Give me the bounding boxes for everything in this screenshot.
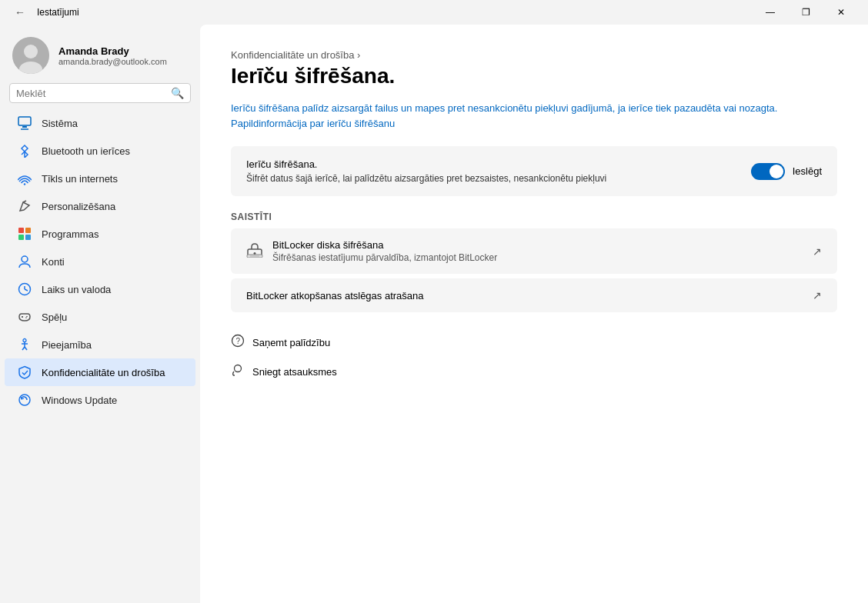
toggle-card-desc: Šifrēt datus šajā ierīcē, lai palīdzētu … — [246, 173, 606, 184]
sidebar-item-spelu[interactable]: Spēļu — [5, 303, 195, 331]
sidebar-label-programmas: Programmas — [42, 228, 98, 240]
give-feedback-label: Sniegt atsauksmes — [252, 366, 337, 378]
search-icon: 🔍 — [171, 87, 184, 99]
feedback-icon — [231, 363, 245, 380]
sidebar: Amanda Brady amanda.brady@outlook.com 🔍 — [0, 25, 200, 603]
sidebar-label-konti: Konti — [42, 256, 65, 268]
nav-menu: Sistēma Bluetooth un ierīces — [0, 109, 200, 414]
svg-rect-12 — [25, 235, 31, 240]
avatar — [12, 37, 49, 74]
person-icon — [17, 254, 32, 269]
minimize-button[interactable]: — — [753, 0, 788, 25]
sidebar-label-windows-update: Windows Update — [42, 395, 117, 406]
user-name: Amanda Brady — [58, 45, 167, 57]
bitlocker-disk-text: BitLocker diska šifrēšana Šifrēšanas ies… — [272, 239, 497, 263]
svg-point-21 — [23, 339, 26, 342]
sidebar-label-laiks: Laiks un valoda — [42, 284, 111, 295]
sidebar-label-personalizesana: Personalizēšana — [42, 201, 115, 212]
related-section: Saistīti BitLocker diska šifrē — [231, 212, 837, 312]
help-icon: ? — [231, 334, 245, 351]
page-description: Ierīču šifrēšana palīdz aizsargāt failus… — [231, 101, 837, 131]
svg-point-13 — [22, 256, 28, 262]
svg-point-20 — [25, 317, 27, 318]
sidebar-item-pieejamiba[interactable]: Pieejamība — [5, 331, 195, 358]
user-profile[interactable]: Amanda Brady amanda.brady@outlook.com — [0, 25, 200, 83]
svg-line-16 — [25, 289, 28, 291]
app-container: Amanda Brady amanda.brady@outlook.com 🔍 — [0, 25, 868, 603]
close-button[interactable]: ✕ — [823, 0, 859, 25]
sidebar-item-bluetooth[interactable]: Bluetooth un ierīces — [5, 137, 195, 165]
svg-rect-10 — [25, 228, 31, 233]
help-section: ? Saņemt palīdzību Sniegt atsauksmes — [231, 331, 837, 383]
svg-text:?: ? — [236, 337, 241, 345]
sidebar-item-windows-update[interactable]: Windows Update — [5, 386, 195, 414]
update-icon — [17, 392, 32, 408]
toggle-state-label: Ieslēgt — [793, 165, 822, 177]
user-info: Amanda Brady amanda.brady@outlook.com — [58, 45, 167, 66]
sidebar-label-pieejamiba: Pieejamība — [42, 339, 92, 351]
toggle-card-title: Ierīču šifrēšana. — [246, 158, 606, 170]
bluetooth-icon — [17, 143, 32, 158]
sidebar-item-laiks[interactable]: Laiks un valoda — [5, 275, 195, 303]
svg-rect-3 — [18, 117, 31, 125]
app-title: Iestatījumi — [37, 7, 79, 18]
accessibility-icon — [17, 337, 32, 352]
svg-point-26 — [19, 395, 30, 405]
svg-rect-9 — [18, 228, 24, 233]
main-content: Konfidencialitāte un drošība › Ierīču ši… — [200, 25, 868, 603]
sidebar-item-programmas[interactable]: Programmas — [5, 220, 195, 248]
bitlocker-disk-left: BitLocker diska šifrēšana Šifrēšanas ies… — [246, 239, 497, 263]
bitlocker-disk-desc: Šifrēšanas iestatījumu pārvaldība, izman… — [272, 252, 497, 263]
svg-point-1 — [24, 45, 38, 58]
network-icon — [17, 171, 32, 186]
svg-line-8 — [23, 201, 26, 202]
get-help-label: Saņemt palīdzību — [252, 337, 330, 348]
external-link-icon: ↗ — [813, 245, 822, 258]
get-help-item[interactable]: ? Saņemt palīdzību — [231, 331, 837, 354]
svg-line-25 — [25, 347, 27, 350]
maximize-button[interactable]: ❐ — [788, 0, 823, 25]
breadcrumb-text: Konfidencialitāte un drošība — [231, 49, 354, 61]
sidebar-item-konti[interactable]: Konti — [5, 248, 195, 275]
sidebar-label-bluetooth: Bluetooth un ierīces — [42, 145, 130, 157]
sidebar-item-personalizesana[interactable]: Personalizēšana — [5, 192, 195, 220]
sidebar-item-sistema[interactable]: Sistēma — [5, 109, 195, 137]
breadcrumb: Konfidencialitāte un drošība › — [231, 49, 837, 61]
bitlocker-recovery-text: BitLocker atkopšanas atslēgas atrašana — [246, 290, 424, 302]
sidebar-label-konfidencialitate: Konfidencialitāte un drošība — [42, 367, 165, 378]
bitlocker-disk-title: BitLocker diska šifrēšana — [272, 239, 497, 251]
device-encryption-card: Ierīču šifrēšana. Šifrēt datus šajā ierī… — [231, 146, 837, 196]
search-input[interactable] — [16, 88, 166, 99]
window-controls: — ❐ ✕ — [753, 0, 859, 25]
encryption-toggle[interactable] — [751, 163, 785, 180]
bitlocker-disk-item[interactable]: BitLocker diska šifrēšana Šifrēšanas ies… — [231, 228, 837, 274]
sidebar-label-spelu: Spēļu — [42, 311, 67, 323]
sidebar-item-tikls[interactable]: Tīkls un internets — [5, 165, 195, 192]
monitor-icon — [17, 115, 32, 131]
svg-point-7 — [24, 183, 25, 185]
lock-icon — [246, 242, 263, 261]
related-section-title: Saistīti — [231, 212, 837, 222]
back-button[interactable]: ← — [9, 2, 31, 23]
gamepad-icon — [17, 309, 32, 325]
shield-icon — [17, 365, 32, 380]
svg-rect-4 — [22, 126, 27, 128]
svg-point-19 — [26, 316, 28, 318]
title-bar-left: ← Iestatījumi — [9, 2, 79, 23]
search-box[interactable]: 🔍 — [9, 83, 191, 103]
page-header: Konfidencialitāte un drošība › Ierīču ši… — [231, 49, 837, 88]
bitlocker-recovery-title: BitLocker atkopšanas atslēgas atrašana — [246, 290, 424, 302]
sidebar-label-sistema: Sistēma — [42, 118, 78, 129]
give-feedback-item[interactable]: Sniegt atsauksmes — [231, 360, 837, 383]
paint-icon — [17, 198, 32, 214]
user-email: amanda.brady@outlook.com — [58, 57, 167, 66]
external-link-icon-2: ↗ — [813, 289, 822, 302]
toggle-right: Ieslēgt — [751, 163, 822, 180]
page-title: Ierīču šifrēšana. — [231, 64, 837, 88]
sidebar-item-konfidencialitate[interactable]: Konfidencialitāte un drošība — [5, 358, 195, 386]
title-bar: ← Iestatījumi — ❐ ✕ — [0, 0, 868, 25]
svg-rect-11 — [18, 235, 24, 240]
clock-icon — [17, 282, 32, 297]
bitlocker-recovery-item[interactable]: BitLocker atkopšanas atslēgas atrašana ↗ — [231, 278, 837, 312]
bitlocker-recovery-left: BitLocker atkopšanas atslēgas atrašana — [246, 290, 424, 302]
